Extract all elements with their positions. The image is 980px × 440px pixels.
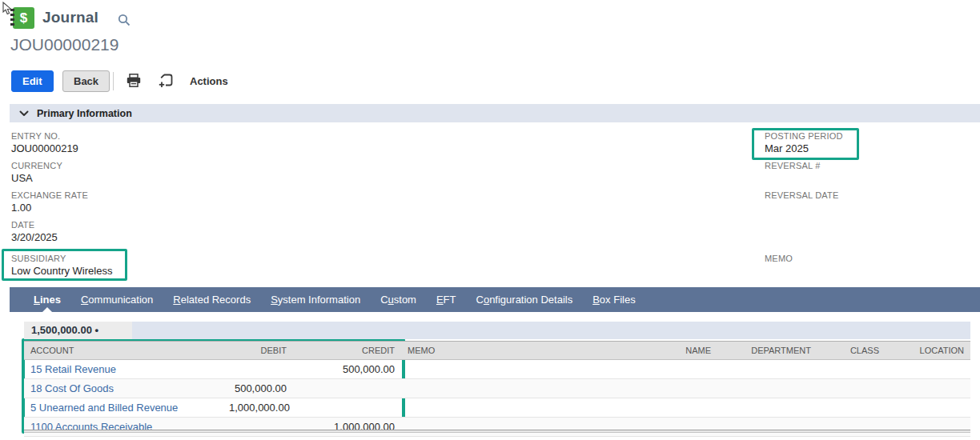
table-bottom-border <box>24 430 970 433</box>
debit-cell: 500,000.00 <box>223 379 293 398</box>
field-label: EXCHANGE RATE <box>11 190 88 200</box>
field-reversal-date: REVERSAL DATE <box>765 190 838 202</box>
location-cell <box>886 360 970 379</box>
tab-communication[interactable]: Communication <box>81 287 153 312</box>
class-cell <box>817 360 886 379</box>
field-label: SUBSIDIARY <box>11 254 112 263</box>
field-subsidiary: SUBSIDIARY Low Country Wireless <box>11 254 112 277</box>
field-value: Low Country Wireless <box>11 265 112 277</box>
tab-label: C <box>81 294 88 306</box>
tab-label: B <box>592 294 600 306</box>
memo-cell <box>401 418 641 437</box>
column-header-location: LOCATION <box>886 342 970 360</box>
field-label: POSTING PERIOD <box>765 131 843 141</box>
department-cell <box>717 418 817 437</box>
class-cell <box>817 398 886 418</box>
account-link[interactable]: 5 Unearned and Billed Revenue <box>30 402 178 414</box>
department-cell <box>717 379 817 398</box>
tab-label: S <box>271 294 278 306</box>
credit-cell <box>293 398 401 418</box>
page: $ Journal JOU00000219 Edit Back Actions … <box>0 0 980 440</box>
search-icon[interactable] <box>118 14 131 26</box>
memo-cell <box>401 398 641 418</box>
tab-label: C <box>476 294 484 306</box>
field-label: REVERSAL DATE <box>765 190 838 200</box>
field-entry-no: ENTRY NO. JOU00000219 <box>11 131 78 154</box>
debit-cell: 1,000,000.00 <box>223 398 293 418</box>
column-header-credit: CREDIT <box>293 342 401 360</box>
name-cell <box>641 379 717 398</box>
tab-related-records[interactable]: Related Records <box>173 287 251 312</box>
new-document-icon[interactable] <box>158 72 175 89</box>
name-cell <box>641 360 717 379</box>
sublist-summary-bar: 1,500,000.00 • <box>24 322 970 339</box>
lines-total-tab[interactable]: 1,500,000.00 • <box>24 322 132 339</box>
table-row: 18 Cost Of Goods 500,000.00 <box>24 379 970 398</box>
field-exchange-rate: EXCHANGE RATE 1.00 <box>11 190 88 214</box>
field-label: DATE <box>11 220 58 230</box>
primary-information-header[interactable]: Primary Information <box>10 104 980 122</box>
credit-cell <box>293 379 401 398</box>
tab-label: ines <box>40 294 61 306</box>
name-cell <box>641 418 717 437</box>
credit-cell: 1,000,000.00 <box>293 418 401 437</box>
tab-label: nfiguration Details <box>489 294 572 306</box>
journal-record-icon: $ <box>13 7 34 29</box>
location-cell <box>886 379 970 398</box>
name-cell <box>641 398 717 418</box>
section-title: Primary Information <box>37 108 132 119</box>
field-reversal-number: REVERSAL # <box>765 161 820 172</box>
column-header-class: CLASS <box>817 342 886 360</box>
tab-label: E <box>436 294 444 306</box>
tab-label: ox Files <box>600 294 636 306</box>
column-header-name: NAME <box>641 342 717 360</box>
credit-cell: 500,000.00 <box>293 360 401 379</box>
field-value: USA <box>11 172 62 184</box>
tab-box-files[interactable]: Box Files <box>592 287 635 312</box>
back-button[interactable]: Back <box>62 70 110 92</box>
field-posting-period: POSTING PERIOD Mar 2025 <box>765 131 843 154</box>
lines-table: ACCOUNT DEBIT CREDIT MEMO NAME DEPARTMEN… <box>24 341 970 437</box>
class-cell <box>817 379 886 398</box>
button-separator <box>113 72 114 90</box>
column-header-debit: DEBIT <box>223 342 293 360</box>
tab-label: ystem Information <box>278 294 360 306</box>
column-header-memo: MEMO <box>401 342 641 360</box>
actions-menu[interactable]: Actions <box>190 75 228 87</box>
account-link[interactable]: 18 Cost Of Goods <box>30 382 114 394</box>
record-id: JOU00000219 <box>10 35 118 54</box>
department-cell <box>717 398 817 418</box>
tab-label: o <box>484 294 489 306</box>
tab-eft[interactable]: EFT <box>436 287 456 312</box>
table-row: 15 Retail Revenue 500,000.00 <box>24 360 970 379</box>
table-header-row: ACCOUNT DEBIT CREDIT MEMO NAME DEPARTMEN… <box>24 342 970 360</box>
edit-button[interactable]: Edit <box>11 70 54 92</box>
tab-label: R <box>173 294 180 306</box>
tab-configuration-details[interactable]: Configuration Details <box>476 287 573 312</box>
field-memo: MEMO <box>765 254 793 265</box>
memo-cell <box>401 379 641 398</box>
table-row: 1100 Accounts Receivable 1,000,000.00 <box>24 418 970 437</box>
tab-label: ommunication <box>88 294 153 306</box>
location-cell <box>886 418 970 437</box>
tab-system-information[interactable]: System Information <box>271 287 360 312</box>
table-row: 5 Unearned and Billed Revenue 1,000,000.… <box>24 398 970 418</box>
field-value: 3/20/2025 <box>11 231 58 243</box>
field-value: Mar 2025 <box>765 142 843 154</box>
field-label: MEMO <box>765 254 793 263</box>
tab-lines[interactable]: Lines <box>34 287 61 312</box>
tab-custom[interactable]: Custom <box>380 287 416 312</box>
tab-label: FT <box>444 294 456 306</box>
chevron-down-icon <box>19 110 29 117</box>
tab-label: u <box>388 294 394 306</box>
print-icon[interactable] <box>126 73 142 89</box>
field-date: DATE 3/20/2025 <box>11 220 58 243</box>
tab-label: elated Records <box>181 294 251 306</box>
field-label: CURRENCY <box>11 161 62 170</box>
tab-label: C <box>380 294 388 306</box>
debit-cell <box>223 418 293 437</box>
account-link[interactable]: 15 Retail Revenue <box>30 363 116 375</box>
tab-label: L <box>34 294 40 306</box>
field-label: ENTRY NO. <box>11 131 78 141</box>
column-header-account: ACCOUNT <box>24 342 223 360</box>
